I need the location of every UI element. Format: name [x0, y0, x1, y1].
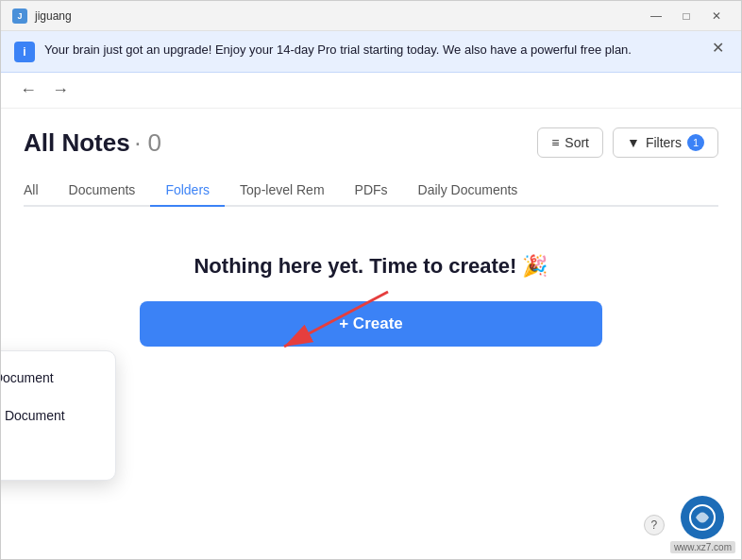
watermark: ? www.xz7.com — [644, 496, 735, 553]
tab-pdfs[interactable]: PDFs — [340, 175, 403, 207]
title-bar-left: J jiguang — [12, 8, 72, 24]
page-title-area: All Notes · 0 — [24, 128, 161, 158]
dropdown-todays-document[interactable]: 📅 Today's Document — [0, 397, 115, 434]
tabs-bar: All Documents Folders Top-level Rem PDFs… — [24, 175, 718, 207]
tab-top-level-rem[interactable]: Top-level Rem — [225, 175, 339, 207]
help-button[interactable]: ? — [644, 515, 665, 535]
back-button[interactable]: ← — [14, 78, 42, 102]
main-content: All Notes · 0 ≡ Sort ▼ Filters 1 All Doc… — [1, 109, 741, 481]
nav-bar: ← → — [1, 73, 741, 109]
forward-button[interactable]: → — [46, 78, 75, 102]
tab-documents[interactable]: Documents — [54, 175, 151, 207]
tab-folders[interactable]: Folders — [150, 175, 225, 207]
maximize-button[interactable]: □ — [673, 7, 700, 25]
close-button[interactable]: ✕ — [703, 7, 730, 25]
app-icon: J — [12, 8, 27, 24]
header-actions: ≡ Sort ▼ Filters 1 — [537, 127, 718, 158]
dropdown-folder[interactable]: 📁 Folder — [0, 434, 115, 472]
watermark-logo — [681, 496, 724, 539]
filter-icon: ▼ — [627, 135, 640, 150]
create-label: + Create — [339, 314, 403, 333]
dropdown-blank-document[interactable]: 📄 Blank Document — [0, 359, 115, 397]
note-count: · 0 — [134, 128, 161, 157]
empty-state: Nothing here yet. Time to create! 🎉 + Cr… — [24, 207, 718, 481]
empty-title: Nothing here yet. Time to create! 🎉 — [194, 254, 548, 279]
filters-button[interactable]: ▼ Filters 1 — [613, 127, 718, 158]
create-button[interactable]: + Create — [140, 301, 602, 347]
sort-label: Sort — [565, 135, 589, 150]
watermark-site: www.xz7.com — [670, 541, 735, 553]
blank-document-label: Blank Document — [0, 370, 54, 385]
page-title: All Notes — [24, 128, 130, 157]
upgrade-banner: i Your brain just got an upgrade! Enjoy … — [1, 31, 741, 73]
tab-all[interactable]: All — [24, 175, 54, 207]
sort-icon: ≡ — [551, 135, 559, 150]
banner-close-button[interactable]: ✕ — [708, 41, 728, 56]
todays-document-label: Today's Document — [0, 408, 65, 423]
create-dropdown: 📄 Blank Document 📅 Today's Document 📁 Fo… — [0, 350, 116, 481]
banner-text: Your brain just got an upgrade! Enjoy yo… — [44, 41, 699, 59]
minimize-button[interactable]: — — [643, 7, 669, 25]
header-row: All Notes · 0 ≡ Sort ▼ Filters 1 — [24, 127, 718, 158]
sort-button[interactable]: ≡ Sort — [537, 127, 603, 158]
app-name: jiguang — [35, 9, 72, 23]
title-bar-controls: — □ ✕ — [643, 7, 730, 25]
tab-daily-documents[interactable]: Daily Documents — [403, 175, 533, 207]
banner-icon: i — [14, 42, 35, 62]
filter-count-badge: 1 — [687, 134, 704, 151]
title-bar: J jiguang — □ ✕ — [1, 1, 741, 31]
filters-label: Filters — [646, 135, 682, 150]
